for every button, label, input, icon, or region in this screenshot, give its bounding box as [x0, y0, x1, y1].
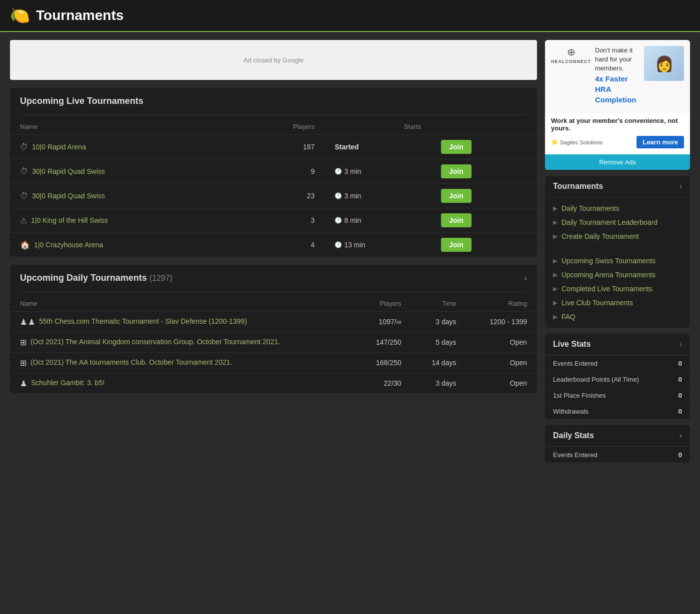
sidebar-ad: ⊕ HEALCONNECT Don't make it hard for you… — [545, 40, 690, 170]
nav-arrow-icon: ▶ — [553, 271, 558, 278]
rating-cell: Open — [466, 353, 537, 373]
sidebar-tournaments-arrow: › — [680, 182, 682, 191]
players-cell: 22/30 — [356, 373, 412, 394]
sidebar-tournaments-section: Tournaments › ▶Daily Tournaments▶Daily T… — [545, 176, 690, 328]
sidebar-item-upcoming-arena-tournaments[interactable]: ▶Upcoming Arena Tournaments — [545, 268, 690, 282]
stat-label: Events Entered — [545, 356, 666, 372]
ad-bottom: Work at your member's convenience, not y… — [545, 113, 690, 154]
starts-cell: 🕐 3 min — [334, 192, 421, 200]
tournament-icon: ⏱ — [20, 191, 28, 200]
upcoming-daily-header[interactable]: Upcoming Daily Tournaments (1297) › — [10, 265, 537, 287]
ad-inner: ⊕ HEALCONNECT Don't make it hard for you… — [545, 40, 690, 154]
sidebar-item-upcoming-swiss-tournaments[interactable]: ▶Upcoming Swiss Tournaments — [545, 254, 690, 268]
upcoming-daily-title: Upcoming Daily Tournaments (1297) — [20, 273, 172, 283]
right-column: ⊕ HEALCONNECT Don't make it hard for you… — [545, 40, 690, 469]
col-time: Time — [412, 296, 466, 312]
divider — [20, 114, 527, 115]
starts-cell: Started — [334, 143, 421, 151]
sidebar-item-daily-tournaments[interactable]: ▶Daily Tournaments — [545, 201, 690, 215]
daily-count: (1297) — [150, 274, 172, 282]
col-rating: Rating — [466, 296, 537, 312]
sidebar-live-stats-header[interactable]: Live Stats › — [545, 334, 690, 355]
app-icon: 🍋 — [10, 6, 30, 25]
sidebar-item-create-daily-tournament[interactable]: ▶Create Daily Tournament — [545, 229, 690, 243]
stat-row: Withdrawals0 — [545, 404, 690, 420]
daily-icons: ⊞ — [20, 358, 26, 368]
piece-icon: ♟ — [20, 317, 27, 327]
upcoming-live-table: Name Players Starts ⏱ 10|0 Rapid Arena 1… — [10, 119, 537, 257]
sidebar-nav-label: Upcoming Swiss Tournaments — [562, 257, 656, 265]
sidebar-live-stats-arrow: › — [680, 340, 682, 349]
stat-row: Events Entered0 — [545, 447, 690, 463]
page-title: Tournaments — [36, 7, 124, 23]
players-cell: 9 — [237, 159, 324, 184]
nav-arrow-icon: ▶ — [553, 285, 558, 292]
sidebar-nav-label: Completed Live Tournaments — [562, 285, 652, 293]
tournament-name: ⚠ 1|0 King of the Hill Swiss — [20, 216, 227, 225]
join-button[interactable]: Join — [441, 189, 472, 203]
col-players: Players — [237, 119, 324, 135]
stat-value: 0 — [666, 372, 690, 388]
starts-td: 🕐 13 min — [324, 233, 431, 257]
nav-arrow-icon: ▶ — [553, 257, 558, 264]
stat-label: Events Entered — [545, 447, 654, 463]
action-cell: Join — [431, 208, 537, 233]
learn-more-button[interactable]: Learn more — [636, 136, 684, 148]
sidebar-daily-stats-title: Daily Stats — [553, 431, 594, 440]
ad-description: Work at your member's convenience, not y… — [551, 117, 684, 132]
tournament-name: 🏠 1|0 Crazyhouse Arena — [20, 240, 227, 250]
nav-separator — [545, 243, 690, 254]
ad-logo-icon: ⊕ — [551, 46, 591, 58]
sidebar-nav-label: Daily Tournaments — [562, 204, 620, 212]
sidebar-item-daily-tournament-leaderboard[interactable]: ▶Daily Tournament Leaderboard — [545, 215, 690, 229]
sidebar-tournaments-header[interactable]: Tournaments › — [545, 176, 690, 197]
clock-icon: 🕐 — [334, 168, 342, 175]
table-row: 🏠 1|0 Crazyhouse Arena 4 🕐 13 min Join — [10, 233, 537, 257]
col-name: Name — [10, 296, 356, 312]
players-cell: 187 — [237, 135, 324, 159]
players-cell: 23 — [237, 184, 324, 208]
ad-brand: 🌟 Sagitec Solutions — [551, 139, 602, 145]
page-header: 🍋 Tournaments — [0, 0, 700, 32]
join-button[interactable]: Join — [441, 213, 472, 227]
join-button[interactable]: Join — [441, 238, 472, 252]
join-button[interactable]: Join — [441, 164, 472, 178]
daily-tournament-name: 55th Chess.com Thematic Tournament - Sla… — [39, 317, 247, 327]
piece-icon: ♟ — [20, 379, 27, 388]
daily-expand-icon[interactable]: › — [524, 273, 527, 283]
daily-tournament-name: (Oct 2021) The AA tournaments Club. Octo… — [30, 358, 232, 368]
brand-name: Sagitec Solutions — [560, 139, 602, 145]
sidebar-nav-label: Create Daily Tournament — [562, 232, 639, 240]
remove-ads-button[interactable]: Remove Ads — [545, 154, 690, 170]
stat-value: 0 — [654, 447, 690, 463]
rating-cell: 1200 - 1399 — [466, 312, 537, 332]
ad-top: ⊕ HEALCONNECT Don't make it hard for you… — [545, 40, 690, 113]
stat-row: Leaderboard Points (All Time)0 — [545, 372, 690, 388]
sidebar-item-completed-live-tournaments[interactable]: ▶Completed Live Tournaments — [545, 282, 690, 296]
players-cell: 4 — [237, 233, 324, 257]
sidebar-item-faq[interactable]: ▶FAQ — [545, 310, 690, 324]
stat-value: 0 — [666, 356, 690, 372]
nav-arrow-icon: ▶ — [553, 219, 558, 226]
time-cell: 3 days — [412, 373, 466, 394]
rating-cell: Open — [466, 332, 537, 353]
time-cell: 5 days — [412, 332, 466, 353]
live-stats-table: Events Entered0Leaderboard Points (All T… — [545, 355, 690, 419]
sidebar-nav: ▶Daily Tournaments▶Daily Tournament Lead… — [545, 197, 690, 328]
join-button[interactable]: Join — [441, 140, 472, 154]
starts-td: 🕐 3 min — [324, 184, 431, 208]
sidebar-item-live-club-tournaments[interactable]: ▶Live Club Tournaments — [545, 296, 690, 310]
brand-icon: 🌟 — [551, 139, 558, 145]
starts-td: 🕐 3 min — [324, 159, 431, 184]
sidebar-live-stats-section: Live Stats › Events Entered0Leaderboard … — [545, 334, 690, 419]
table-row: ⊞ (Oct 2021) The AA tournaments Club. Oc… — [10, 353, 537, 373]
sidebar-daily-stats-header[interactable]: Daily Stats › — [545, 425, 690, 447]
table-row: ⊞ (Oct 2021) The Animal Kingdom conserva… — [10, 332, 537, 353]
table-row: ♟♟ 55th Chess.com Thematic Tournament - … — [10, 312, 537, 332]
starts-cell: 🕐 3 min — [334, 167, 421, 175]
action-cell: Join — [431, 184, 537, 208]
tournament-name: ⏱ 10|0 Rapid Arena — [20, 142, 227, 151]
tournament-title: 10|0 Rapid Arena — [32, 143, 86, 151]
stat-label: 1st Place Finishes — [545, 388, 666, 404]
piece-icon: ⊞ — [20, 358, 26, 368]
